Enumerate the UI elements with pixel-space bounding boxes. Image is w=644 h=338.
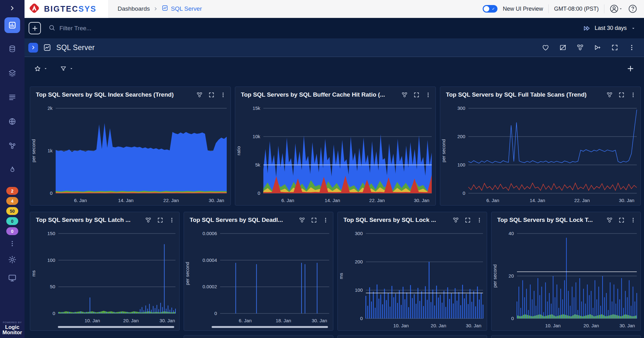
sidebar-item-insights[interactable] <box>0 158 25 183</box>
play-add-icon[interactable] <box>594 44 601 51</box>
tree-toolbar: Last 30 days <box>25 18 644 38</box>
dashboard-icon <box>43 43 51 52</box>
timezone-label[interactable]: GMT-08:00 (PST) <box>554 6 599 12</box>
kebab-menu-icon[interactable] <box>169 217 175 223</box>
chart-card: Top SQL Servers by SQL Lock T... 02040pe… <box>491 212 641 331</box>
time-range-caret-icon <box>631 26 636 31</box>
breadcrumb-current[interactable]: SQL Server <box>162 5 202 13</box>
kebab-menu-icon[interactable] <box>220 92 226 98</box>
svg-text:0: 0 <box>258 190 260 196</box>
dashboard-header: SQL Server <box>25 38 644 57</box>
svg-text:per second: per second <box>492 264 497 288</box>
chart-card-actions <box>299 217 329 223</box>
svg-text:20. Jan: 20. Jan <box>123 318 139 323</box>
svg-text:30. Jan: 30. Jan <box>619 323 635 328</box>
alert-badge-teal[interactable]: 0 <box>6 217 18 225</box>
kebab-menu-icon[interactable] <box>476 217 482 223</box>
favorites-hearts-icon[interactable] <box>401 92 408 98</box>
svg-text:ms: ms <box>338 273 344 279</box>
svg-text:1k: 1k <box>47 148 53 153</box>
kebab-menu-icon[interactable] <box>630 217 636 223</box>
svg-text:300: 300 <box>355 231 363 236</box>
favorites-hearts-icon[interactable] <box>576 44 584 51</box>
svg-text:20. Jan: 20. Jan <box>431 323 446 328</box>
svg-text:ratio: ratio <box>236 146 241 155</box>
chart-card-actions <box>606 217 636 223</box>
brand-area[interactable]: BIGTECSYS <box>25 0 109 18</box>
svg-text:30. Jan: 30. Jan <box>159 318 175 323</box>
sidebar-item-mapping[interactable] <box>0 134 25 158</box>
favorites-hearts-icon[interactable] <box>196 92 203 98</box>
svg-text:6. Jan: 6. Jan <box>281 198 294 203</box>
expand-icon[interactable] <box>618 217 625 223</box>
tree-filter-input[interactable] <box>59 25 173 32</box>
kebab-menu-icon[interactable] <box>425 92 431 98</box>
kebab-menu-icon[interactable] <box>630 92 636 98</box>
sidebar-item-websites[interactable] <box>0 110 25 134</box>
svg-text:100: 100 <box>47 257 55 263</box>
alert-badge-error[interactable]: 4 <box>6 197 18 205</box>
chart-horizontal-scrollbar[interactable] <box>58 326 174 328</box>
favorites-hearts-icon[interactable] <box>452 217 459 223</box>
sidebar-item-logs[interactable] <box>0 86 25 110</box>
favorite-heart-icon[interactable] <box>542 44 549 51</box>
add-widget-button[interactable] <box>626 65 635 73</box>
svg-text:0.0002: 0.0002 <box>203 284 217 289</box>
logicmonitor-logo-line1: Logic <box>5 324 19 330</box>
filter-funnel-dropdown[interactable] <box>60 65 74 72</box>
add-dashboard-button[interactable] <box>29 22 41 34</box>
new-ui-preview-label: New UI Preview <box>503 6 543 12</box>
chart-card-header: Top SQL Servers by SQL Deadl... <box>184 212 333 224</box>
svg-text:14. Jan: 14. Jan <box>118 198 133 203</box>
fullscreen-icon[interactable] <box>611 44 619 51</box>
app-root: 2 4 50 0 0 POWERED BY LogicMonitor <box>0 0 644 338</box>
expand-icon[interactable] <box>311 217 317 223</box>
chart-card: Top SQL Servers by SQL Lock ... 01002003… <box>337 212 487 331</box>
main-column: BIGTECSYS Dashboards SQL Server ✓ New UI… <box>25 0 644 338</box>
settings-gear-icon[interactable] <box>8 255 17 265</box>
favorites-hearts-icon[interactable] <box>299 217 305 223</box>
time-range-selector[interactable]: Last 30 days <box>583 25 636 32</box>
brand-wordmark: BIGTECSYS <box>44 4 97 14</box>
expand-tree-chevron[interactable] <box>28 43 38 53</box>
expand-icon[interactable] <box>157 217 164 223</box>
expand-icon[interactable] <box>618 92 625 98</box>
expand-icon[interactable] <box>413 92 420 98</box>
bigtecsys-logo-icon <box>28 2 41 16</box>
svg-text:0: 0 <box>53 311 55 316</box>
expand-icon[interactable] <box>464 217 471 223</box>
new-ui-preview-toggle[interactable]: ✓ <box>483 5 497 13</box>
alert-badge-critical[interactable]: 2 <box>6 187 18 195</box>
sidebar-item-modules[interactable] <box>0 61 25 86</box>
svg-text:14. Jan: 14. Jan <box>325 198 340 203</box>
breadcrumb-dashboards[interactable]: Dashboards <box>118 5 150 12</box>
layers-icon <box>8 69 16 78</box>
sidebar-expand-chevron-icon[interactable] <box>9 5 16 12</box>
favorites-hearts-icon[interactable] <box>606 92 613 98</box>
expand-icon[interactable] <box>208 92 215 98</box>
chart-canvas: 00.00020.00040.0006per second6. Jan18. J… <box>184 224 333 325</box>
alert-badge-warning[interactable]: 50 <box>6 207 18 215</box>
chart-card-header: Top SQL Servers by SQL Full Table Scans … <box>440 87 641 99</box>
chart-canvas: 0100200300ms10. Jan20. Jan30. Jan <box>338 224 487 330</box>
sidebar-more-icon[interactable] <box>9 240 16 248</box>
kebab-menu-icon[interactable] <box>628 44 635 51</box>
kebab-menu-icon[interactable] <box>323 217 329 223</box>
chart-horizontal-scrollbar[interactable] <box>212 326 328 328</box>
favorites-hearts-icon[interactable] <box>606 217 613 223</box>
help-icon[interactable] <box>628 4 637 13</box>
sidebar-item-dashboards[interactable] <box>0 13 25 37</box>
slideshow-off-icon[interactable] <box>559 44 567 51</box>
flame-icon <box>8 166 16 175</box>
user-account-menu[interactable] <box>610 4 623 13</box>
breadcrumb: Dashboards SQL Server <box>118 5 202 13</box>
favorites-filter-dropdown[interactable] <box>34 65 48 72</box>
remote-session-icon[interactable] <box>8 273 17 284</box>
svg-text:per second: per second <box>441 139 446 162</box>
alert-badge-purple[interactable]: 0 <box>6 227 18 235</box>
favorites-hearts-icon[interactable] <box>145 217 152 223</box>
chart-title: Top SQL Servers by SQL Lock ... <box>343 217 449 223</box>
sidebar-item-resources[interactable] <box>0 37 25 61</box>
chart-card: Top SQL Servers by SQL Buffer Cache Hit … <box>235 87 436 206</box>
svg-text:15k: 15k <box>253 105 260 111</box>
